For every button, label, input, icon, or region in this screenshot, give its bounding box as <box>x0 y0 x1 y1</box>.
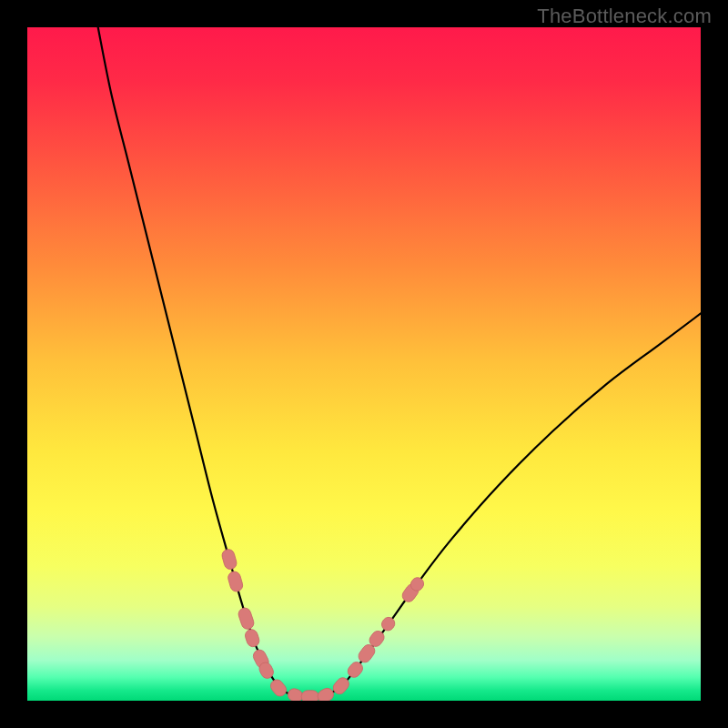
attribution-label: TheBottleneck.com <box>537 5 712 28</box>
plot-area <box>27 27 701 701</box>
curve-left <box>98 27 297 696</box>
curve-marker <box>220 548 238 571</box>
curve-marker <box>379 615 398 633</box>
curve-layer <box>27 27 701 701</box>
curve-marker <box>227 570 244 592</box>
curve-marker <box>237 606 255 631</box>
marker-group <box>220 548 426 701</box>
curve-marker <box>316 686 336 701</box>
chart-frame: TheBottleneck.com <box>0 0 728 728</box>
curve-marker <box>244 628 261 649</box>
curve-marker <box>301 691 318 701</box>
curve-marker <box>268 677 289 699</box>
curve-marker <box>345 660 365 680</box>
